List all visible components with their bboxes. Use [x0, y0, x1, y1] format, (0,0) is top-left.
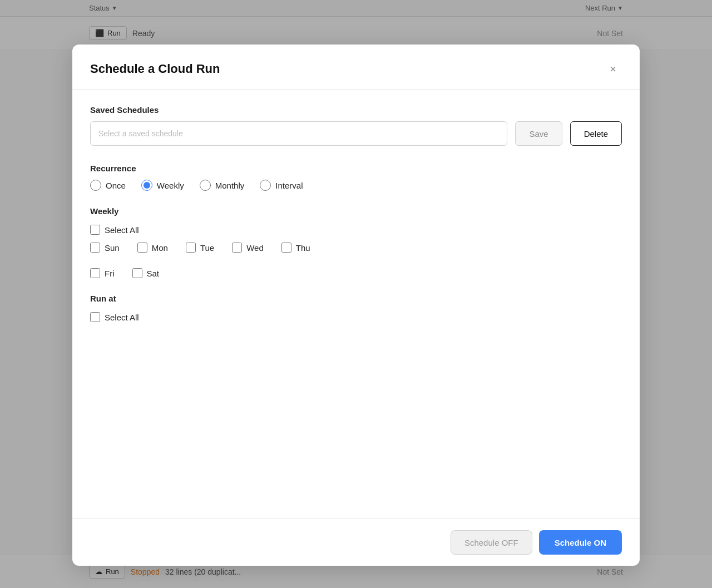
day-mon[interactable]: Mon [137, 243, 168, 253]
day-thu[interactable]: Thu [281, 243, 310, 253]
saved-schedules-row: Save Delete [90, 121, 622, 146]
day-thu-checkbox[interactable] [281, 243, 291, 253]
modal-title: Schedule a Cloud Run [90, 62, 220, 76]
recurrence-once-label: Once [106, 181, 126, 190]
day-sat-label: Sat [147, 269, 160, 278]
day-tue-label: Tue [200, 243, 214, 253]
day-mon-label: Mon [152, 243, 168, 253]
recurrence-radio-group: Once Weekly Monthly Interval [90, 180, 622, 191]
day-wed[interactable]: Wed [232, 243, 264, 253]
day-fri-checkbox[interactable] [90, 268, 100, 278]
saved-schedule-input[interactable] [90, 121, 507, 146]
day-fri[interactable]: Fri [90, 268, 115, 278]
modal-footer: Schedule OFF Schedule ON [72, 518, 640, 566]
run-at-select-all-label: Select All [105, 313, 139, 322]
day-tue[interactable]: Tue [186, 243, 214, 253]
recurrence-weekly[interactable]: Weekly [141, 180, 184, 191]
weekly-label: Weekly [90, 206, 622, 216]
day-sat-checkbox[interactable] [132, 268, 142, 278]
run-at-section: Run at Select All [90, 294, 622, 322]
delete-button[interactable]: Delete [570, 121, 622, 146]
recurrence-once[interactable]: Once [90, 180, 126, 191]
schedule-modal: Schedule a Cloud Run × Saved Schedules S… [72, 45, 640, 566]
day-tue-checkbox[interactable] [186, 243, 196, 253]
recurrence-label: Recurrence [90, 164, 622, 173]
schedule-off-button[interactable]: Schedule OFF [451, 530, 532, 555]
recurrence-monthly-label: Monthly [215, 181, 245, 190]
day-sun-label: Sun [105, 243, 120, 253]
day-sun[interactable]: Sun [90, 243, 120, 253]
save-button[interactable]: Save [515, 121, 562, 146]
days-row-1: Sun Mon Tue Wed Thu [90, 243, 622, 260]
run-at-label: Run at [90, 294, 622, 303]
close-button[interactable]: × [604, 60, 622, 78]
recurrence-weekly-label: Weekly [157, 181, 184, 190]
run-at-select-all-row: Select All [90, 312, 622, 322]
run-at-select-all-checkbox[interactable] [90, 312, 100, 322]
recurrence-interval[interactable]: Interval [260, 180, 303, 191]
weekly-select-all-row: Select All [90, 225, 622, 235]
recurrence-section: Recurrence Once Weekly Monthly Interval [90, 164, 622, 191]
recurrence-monthly-radio[interactable] [200, 180, 211, 191]
recurrence-monthly[interactable]: Monthly [200, 180, 245, 191]
recurrence-interval-radio[interactable] [260, 180, 271, 191]
recurrence-interval-label: Interval [275, 181, 303, 190]
day-wed-checkbox[interactable] [232, 243, 242, 253]
weekly-select-all-checkbox[interactable] [90, 225, 100, 235]
saved-schedules-label: Saved Schedules [90, 105, 622, 115]
day-wed-label: Wed [246, 243, 264, 253]
weekly-select-all-label: Select All [105, 225, 139, 235]
day-mon-checkbox[interactable] [137, 243, 147, 253]
days-row-2: Fri Sat [90, 268, 622, 286]
weekly-section: Weekly Select All Sun Mon Tue [90, 206, 622, 322]
day-sun-checkbox[interactable] [90, 243, 100, 253]
modal-header: Schedule a Cloud Run × [72, 45, 640, 90]
modal-body: Saved Schedules Save Delete Recurrence O… [72, 90, 640, 518]
day-fri-label: Fri [105, 269, 115, 278]
recurrence-weekly-radio[interactable] [141, 180, 152, 191]
recurrence-once-radio[interactable] [90, 180, 101, 191]
schedule-on-button[interactable]: Schedule ON [539, 530, 622, 555]
day-sat[interactable]: Sat [132, 268, 160, 278]
day-thu-label: Thu [296, 243, 310, 253]
